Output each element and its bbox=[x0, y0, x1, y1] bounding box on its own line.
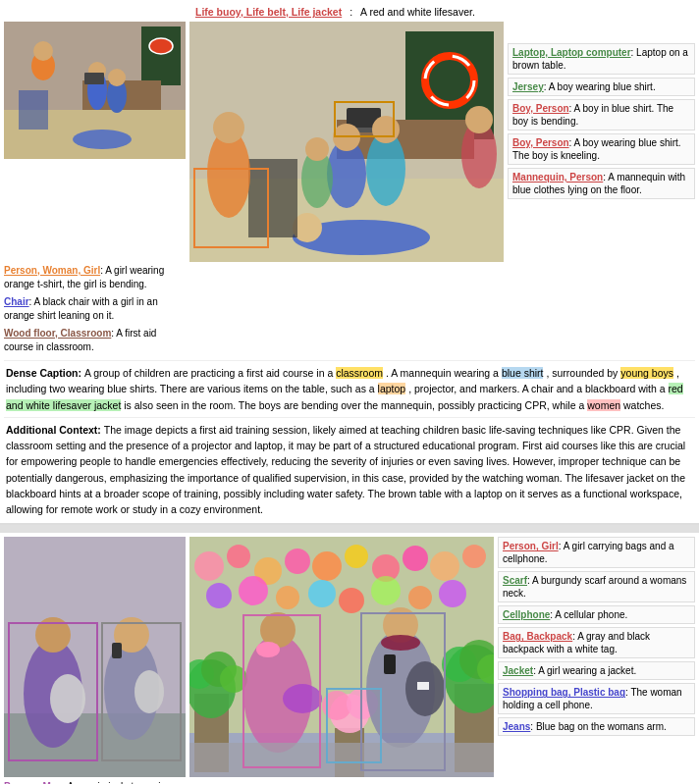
svg-point-28 bbox=[372, 116, 400, 143]
label-title-boy1: Boy, Person bbox=[512, 103, 569, 114]
svg-point-87 bbox=[283, 684, 322, 713]
svg-point-24 bbox=[465, 106, 493, 133]
svg-rect-33 bbox=[248, 159, 297, 237]
svg-point-6 bbox=[33, 41, 53, 61]
classroom-image bbox=[4, 22, 186, 159]
label-title-jersey: Jersey bbox=[512, 81, 544, 92]
svg-rect-93 bbox=[384, 654, 396, 674]
left-annotations-1: Person, Woman, Girl: A girl wearing oran… bbox=[4, 264, 186, 356]
section-2: Person, Man: A man in jacket carrying a … bbox=[0, 533, 699, 784]
svg-point-53 bbox=[227, 545, 250, 568]
svg-point-68 bbox=[408, 586, 432, 609]
label-boy2: Boy, Person: A boy wearing blue shirt. T… bbox=[508, 133, 695, 165]
svg-rect-13 bbox=[84, 73, 104, 84]
left-side-annotations: Person, Man: A man in jacket carrying a … bbox=[4, 780, 186, 784]
svg-point-62 bbox=[206, 583, 232, 608]
svg-rect-92 bbox=[417, 682, 429, 690]
image-row-1: Laptop, Laptop computer: Laptop on a bro… bbox=[4, 22, 695, 262]
svg-point-65 bbox=[308, 580, 336, 607]
top-label-title: Life buoy, Life belt, Life jacket bbox=[195, 6, 342, 18]
top-label-desc: A red and white lifesaver. bbox=[360, 6, 475, 18]
ann-classroom: Wood floor, Classroom: A first aid cours… bbox=[4, 327, 186, 354]
svg-point-43 bbox=[50, 674, 85, 723]
label-title-boy2: Boy, Person bbox=[512, 137, 569, 148]
svg-point-56 bbox=[312, 551, 342, 581]
additional-context-1: Additional Context: The image depicts a … bbox=[4, 417, 695, 520]
label-bag-backpack: Bag, Backpack: A gray and black backpack… bbox=[498, 627, 695, 658]
svg-point-69 bbox=[439, 580, 466, 607]
label-title-mannequin: Mannequin, Person bbox=[512, 172, 603, 183]
left-image-section: Person, Man: A man in jacket carrying a … bbox=[4, 537, 186, 784]
svg-rect-7 bbox=[19, 90, 48, 130]
additional-context-label-1: Additional Context: bbox=[6, 424, 104, 436]
image-row-2: Person, Man: A man in jacket carrying a … bbox=[4, 537, 695, 784]
svg-point-67 bbox=[371, 576, 401, 605]
svg-point-86 bbox=[256, 642, 280, 657]
ann-chair: Chair: A black chair with a girl in an o… bbox=[4, 295, 186, 323]
dense-caption-1: Dense Caption: A group of children are p… bbox=[4, 360, 695, 415]
svg-point-90 bbox=[381, 635, 420, 651]
svg-point-60 bbox=[430, 551, 459, 581]
svg-rect-94 bbox=[189, 743, 494, 777]
svg-point-46 bbox=[134, 670, 164, 713]
svg-rect-2 bbox=[141, 26, 181, 85]
classroom-image-box bbox=[4, 22, 186, 159]
ann-person-man: Person, Man: A man in jacket carrying a … bbox=[4, 780, 186, 784]
street-image-box bbox=[4, 537, 186, 777]
top-label-colon: : bbox=[350, 6, 352, 18]
street-main-image bbox=[189, 537, 494, 777]
svg-point-4 bbox=[149, 38, 173, 54]
label-laptop: Laptop, Laptop computer: Laptop on a bro… bbox=[508, 43, 695, 75]
svg-point-64 bbox=[276, 586, 299, 609]
right-labels-1: Laptop, Laptop computer: Laptop on a bro… bbox=[508, 22, 695, 199]
svg-point-66 bbox=[339, 588, 364, 613]
label-title-laptop: Laptop, Laptop computer bbox=[512, 47, 631, 58]
label-jersey: Jersey: A boy wearing blue shirt. bbox=[508, 78, 695, 96]
top-label-row: Life buoy, Life belt, Life jacket : A re… bbox=[4, 4, 695, 22]
label-jeans: Jeans: Blue bag on the womans arm. bbox=[498, 717, 695, 736]
label-scarf: Scarf: A burgundy scarf around a womans … bbox=[498, 571, 695, 602]
svg-point-11 bbox=[108, 69, 126, 86]
svg-point-55 bbox=[285, 549, 310, 574]
label-boy1: Boy, Person: A boy in blue shirt. The bo… bbox=[508, 99, 695, 131]
svg-rect-47 bbox=[112, 643, 122, 658]
street-main-box bbox=[189, 537, 494, 777]
svg-point-61 bbox=[462, 545, 486, 568]
section-divider bbox=[0, 525, 699, 533]
label-shopping-bag: Shopping bag, Plastic bag: The woman hol… bbox=[498, 683, 695, 714]
svg-point-52 bbox=[194, 551, 224, 581]
svg-point-35 bbox=[213, 112, 244, 143]
main-classroom-box bbox=[189, 22, 504, 262]
svg-point-12 bbox=[73, 130, 132, 149]
label-cellphone-2: Cellphone: A cellular phone. bbox=[498, 605, 695, 624]
svg-point-30 bbox=[305, 137, 329, 161]
main-classroom-image bbox=[189, 22, 504, 262]
svg-point-63 bbox=[239, 576, 268, 605]
dense-caption-label-1: Dense Caption: bbox=[6, 367, 84, 379]
label-person-girl-2: Person, Girl: A girl carrying bags and a… bbox=[498, 537, 695, 568]
section-1: Life buoy, Life belt, Life jacket : A re… bbox=[0, 0, 699, 525]
right-labels-2: Person, Girl: A girl carrying bags and a… bbox=[498, 537, 695, 736]
ann-person-girl: Person, Woman, Girl: A girl wearing oran… bbox=[4, 264, 186, 291]
label-mannequin: Mannequin, Person: A mannequin with blue… bbox=[508, 168, 695, 199]
label-jacket-2: Jacket: A girl wearing a jacket. bbox=[498, 661, 695, 680]
svg-point-59 bbox=[403, 546, 428, 571]
svg-point-57 bbox=[345, 545, 368, 568]
